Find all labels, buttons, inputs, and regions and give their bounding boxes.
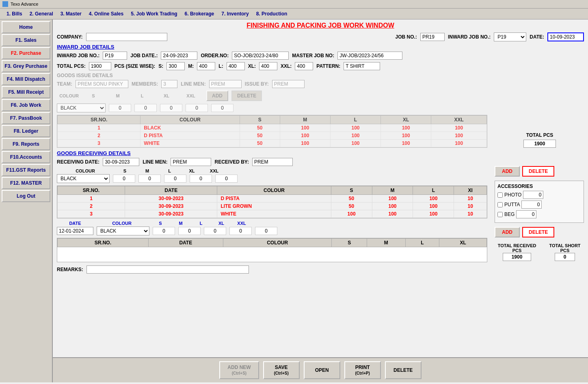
received-by-input[interactable] [252,158,293,166]
m-input[interactable] [197,62,215,70]
receiving-colour-select[interactable]: BLACKD PISTAWHITELITE GROWN [57,174,110,183]
goods-issue-delete-btn[interactable]: DELETE [231,91,262,101]
nav-production[interactable]: 8. Production [253,10,291,17]
gr2-th-date: DATE [148,239,223,247]
putta-checkbox[interactable] [497,202,503,207]
sidebar-accounts[interactable]: F10.Accounts [2,151,50,163]
company-input[interactable] [86,33,167,41]
gi-xxl-input[interactable] [211,104,233,112]
r2-m-input[interactable] [178,227,201,235]
table-row: 3WHITE50100100100100 [58,140,487,147]
nav-general[interactable]: 2. General [26,10,56,17]
open-btn[interactable]: OPEN [304,361,340,379]
sidebar-gst-reports[interactable]: F11.GST Reports [2,164,50,176]
nav-bills[interactable]: 1. Bills [3,10,26,17]
xxl-input[interactable] [295,62,313,70]
goods-issue-title: GOODS ISSUE DETAILS [57,73,487,78]
sidebar-mill-dispatch[interactable]: F4. Mill Dispatch [2,73,50,85]
issue-by-input[interactable] [272,80,305,88]
sidebar-mill-receipt[interactable]: F5. Mill Receipt [2,86,50,98]
gi-s-input[interactable] [109,104,131,112]
sidebar-reports[interactable]: F9. Reports [2,138,50,150]
photo-checkbox[interactable] [497,192,503,198]
gi-xl-input[interactable] [186,104,208,112]
gr-add-btn[interactable]: ADD [495,166,520,177]
print-btn[interactable]: PRINT (Ctrl+P) [344,361,381,379]
app-icon [2,1,8,7]
table-row: 2D PISTA50100100100100 [58,132,487,140]
putta-label: PUTTA [504,202,520,207]
nav-master[interactable]: 3. Master [57,10,85,17]
gr-l-input[interactable] [164,175,186,183]
job-date-input[interactable] [161,52,197,60]
sidebar-purchase[interactable]: F2. Purchase [2,47,50,59]
gi-m-input[interactable] [134,104,157,112]
gr-s-input[interactable] [113,175,135,183]
total-received-value [503,253,531,261]
date-input[interactable] [547,32,584,41]
m-label: M: [188,63,194,69]
s-input[interactable] [166,62,185,70]
total-pcs-value [523,140,556,148]
master-job-no-input[interactable] [337,52,402,60]
remarks-input[interactable] [86,265,249,274]
r2-l-input[interactable] [204,227,226,235]
sidebar-grey-purchase[interactable]: F3. Grey Purchase [2,60,50,72]
nav-inventory[interactable]: 7. Inventory [218,10,252,17]
sidebar-job-work[interactable]: F6. Job Work [2,99,50,111]
r2-s-input[interactable] [153,227,175,235]
gr2-th-srno: SR.NO. [58,239,149,247]
gr-line-men-input[interactable] [171,158,211,166]
gr-add-btn2[interactable]: ADD [495,227,520,237]
beg-checkbox[interactable] [497,212,503,217]
sidebar-logout[interactable]: Log Out [2,190,50,202]
received-by-label: RECEIVED BY: [214,159,249,165]
goods-issue-add-btn[interactable]: ADD [206,91,228,101]
total-short-label: TOTAL SHORT PCS [546,243,584,253]
gr-delete-btn2[interactable]: DELETE [522,227,554,237]
photo-value[interactable] [523,191,543,199]
order-no-input[interactable] [232,52,289,60]
r2-xl-input[interactable] [229,227,252,235]
date-label: DATE: [530,34,544,40]
job-no-input[interactable] [420,33,445,41]
xl-input[interactable] [259,62,277,70]
gi-l-input[interactable] [160,104,182,112]
gr-xl-input[interactable] [190,175,212,183]
sidebar-home[interactable]: Home [2,21,50,33]
nav-job-work-trading[interactable]: 5. Job Work Trading [128,10,180,17]
gi-th-l: L [330,116,380,124]
inward-job-no-input[interactable] [103,52,127,60]
team-input[interactable] [76,80,128,88]
total-pcs-input[interactable] [89,62,111,70]
save-btn[interactable]: SAVE (Ctrl+S) [263,361,300,379]
inward-job-no-select[interactable]: P19 [494,32,526,41]
delete-btn[interactable]: DELETE [385,361,422,379]
second-colour-select[interactable]: BLACKD PISTAWHITE [97,227,149,235]
goods-issue-colour-select[interactable]: BLACKD PISTAWHITE [57,104,106,112]
gr-xxl-input[interactable] [215,175,238,183]
sidebar-master[interactable]: F12. MASTER [2,177,50,189]
sidebar-sales[interactable]: F1. Sales [2,34,50,46]
beg-value[interactable] [516,210,536,218]
second-date-input[interactable] [57,227,93,235]
line-men-input[interactable] [209,80,242,88]
table-row: 330-09-2023WHITE10010010010 [58,210,487,218]
nav-online-sales[interactable]: 4. Online Sales [86,10,127,17]
sidebar-ledger[interactable]: F8. Ledger [2,125,50,137]
gr-line-men-label: LINE MEN: [143,159,167,165]
receiving-date-input[interactable] [103,158,139,166]
members-input[interactable] [161,80,177,88]
add-new-btn[interactable]: ADD NEW (Ctrl+S) [219,361,259,379]
xxl-label: XXL: [281,63,292,69]
r2-xxl-input[interactable] [255,227,277,235]
save-label: SAVE [275,365,288,370]
sidebar-passbook[interactable]: F7. PassBook [2,112,50,124]
gr-m-input[interactable] [138,175,161,183]
putta-value[interactable] [521,201,542,209]
gr-delete-btn[interactable]: DELETE [522,166,554,177]
job-date-label: JOB DATE.: [130,53,158,58]
nav-brokerage[interactable]: 6. Brokerage [182,10,218,17]
l-input[interactable] [227,62,245,70]
pattern-input[interactable] [344,62,380,70]
